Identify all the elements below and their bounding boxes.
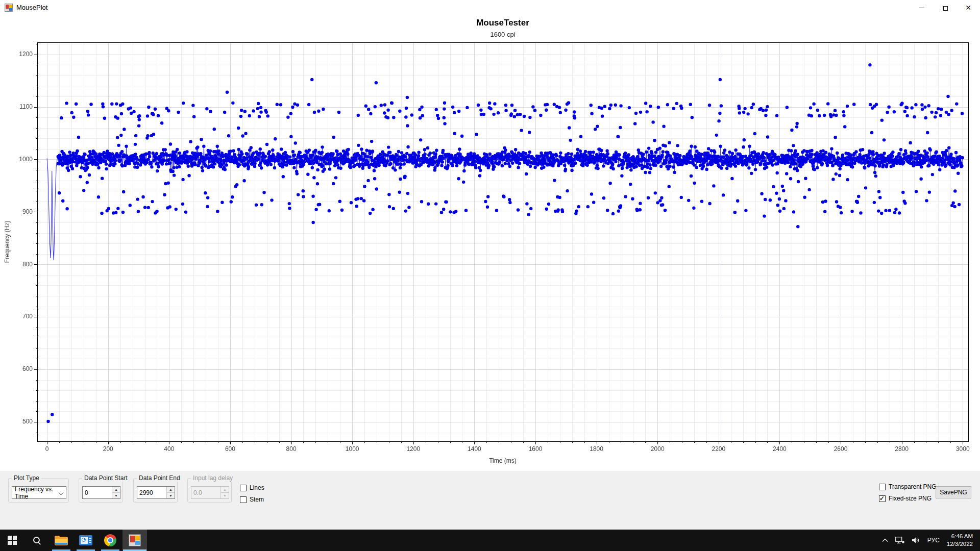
taskbar-mousetester-button[interactable] xyxy=(122,530,147,551)
data-point-start-groupbox: Data Point Start ▲ ▼ xyxy=(79,478,123,503)
chevron-up-icon xyxy=(882,538,888,542)
spin-up-button[interactable]: ▲ xyxy=(112,487,120,492)
y-axis-label: Frequency (Hz) xyxy=(4,221,11,263)
plot-type-groupbox: Plot Type Frequency vs. Time xyxy=(8,478,69,503)
chart-title: MouseTester xyxy=(37,18,968,28)
tray-language-indicator[interactable]: РУС xyxy=(924,530,943,551)
input-lag-delay-spinbox: ▲ ▼ xyxy=(191,486,229,499)
window-titlebar: MousePlot ✕ xyxy=(0,0,980,15)
checkbox-icon[interactable] xyxy=(240,496,247,503)
data-point-end-label: Data Point End xyxy=(137,474,182,482)
fixed-size-png-checkbox-label: Fixed-size PNG xyxy=(889,495,932,502)
restore-icon xyxy=(943,6,948,11)
taskbar-chrome-button[interactable] xyxy=(98,530,122,551)
data-point-end-spinbox: ▲ ▼ xyxy=(137,486,175,499)
restore-button[interactable] xyxy=(933,0,957,15)
windows-logo-icon xyxy=(8,536,17,545)
tray-date: 12/3/2022 xyxy=(947,540,973,548)
checkbox-icon[interactable] xyxy=(240,485,247,491)
data-point-end-groupbox: Data Point End ▲ ▼ xyxy=(133,478,178,503)
taskbar-mail-app-button[interactable] xyxy=(74,530,98,551)
data-point-start-label: Data Point Start xyxy=(82,474,130,482)
data-point-start-spinbox: ▲ ▼ xyxy=(82,486,120,499)
tray-network-button[interactable] xyxy=(892,530,908,551)
data-point-end-input[interactable] xyxy=(137,487,166,498)
chrome-icon xyxy=(104,534,116,546)
chart-region: MouseTester 1600 cpi Time (ms) Frequency… xyxy=(0,15,980,471)
spin-up-button[interactable]: ▲ xyxy=(167,487,175,492)
transparent-png-checkbox-label: Transparent PNG xyxy=(889,483,937,490)
tray-volume-button[interactable] xyxy=(908,530,924,551)
mousetester-icon xyxy=(129,534,141,546)
close-button[interactable]: ✕ xyxy=(957,0,980,15)
taskbar-search-button[interactable] xyxy=(24,530,49,551)
minimize-button[interactable] xyxy=(910,0,933,15)
window-title: MousePlot xyxy=(16,4,47,11)
mail-app-icon xyxy=(79,535,92,545)
frequency-plot-canvas xyxy=(0,15,980,471)
checkbox-icon[interactable] xyxy=(879,484,886,490)
x-axis-label: Time (ms) xyxy=(37,457,968,464)
stem-checkbox-label: Stem xyxy=(250,496,264,503)
start-button[interactable] xyxy=(0,530,24,551)
data-point-start-input[interactable] xyxy=(83,487,112,498)
mousetester-window-icon xyxy=(5,4,13,12)
spin-down-button: ▼ xyxy=(221,492,229,498)
system-tray: РУС 6:46 AM 12/3/2022 xyxy=(878,530,980,551)
stem-checkbox[interactable]: Stem xyxy=(240,496,264,503)
lines-checkbox-label: Lines xyxy=(250,484,264,491)
speaker-icon xyxy=(912,537,920,544)
tray-clock[interactable]: 6:46 AM 12/3/2022 xyxy=(943,533,977,548)
control-panel: Plot Type Frequency vs. Time Data Point … xyxy=(0,471,980,530)
chart-subtitle: 1600 cpi xyxy=(37,31,968,38)
input-lag-delay-input xyxy=(191,487,220,498)
taskbar: РУС 6:46 AM 12/3/2022 xyxy=(0,530,980,551)
tray-chevron-up-button[interactable] xyxy=(878,530,892,551)
spin-down-button[interactable]: ▼ xyxy=(112,492,120,498)
spin-down-button[interactable]: ▼ xyxy=(167,492,175,498)
network-icon xyxy=(895,537,904,544)
folder-icon xyxy=(55,536,68,545)
spin-up-button: ▲ xyxy=(221,487,229,492)
screen: MousePlot ✕ MouseTester 1600 cpi Time (m… xyxy=(0,0,980,551)
plot-type-select[interactable]: Frequency vs. Time xyxy=(12,486,66,499)
lines-checkbox[interactable]: Lines xyxy=(240,484,264,491)
fixed-size-png-checkbox[interactable]: Fixed-size PNG xyxy=(879,495,932,502)
input-lag-delay-groupbox: Input lag delay ▲ ▼ xyxy=(187,478,232,503)
checkbox-icon[interactable] xyxy=(879,495,886,502)
plot-type-label: Plot Type xyxy=(12,474,41,482)
transparent-png-checkbox[interactable]: Transparent PNG xyxy=(879,483,937,490)
save-png-button[interactable]: SavePNG xyxy=(936,486,971,498)
minimize-icon xyxy=(919,8,924,8)
tray-time: 6:46 AM xyxy=(951,533,973,540)
search-icon xyxy=(33,536,41,544)
input-lag-delay-label: Input lag delay xyxy=(191,474,235,482)
close-icon: ✕ xyxy=(965,4,971,12)
taskbar-file-explorer-button[interactable] xyxy=(49,530,74,551)
